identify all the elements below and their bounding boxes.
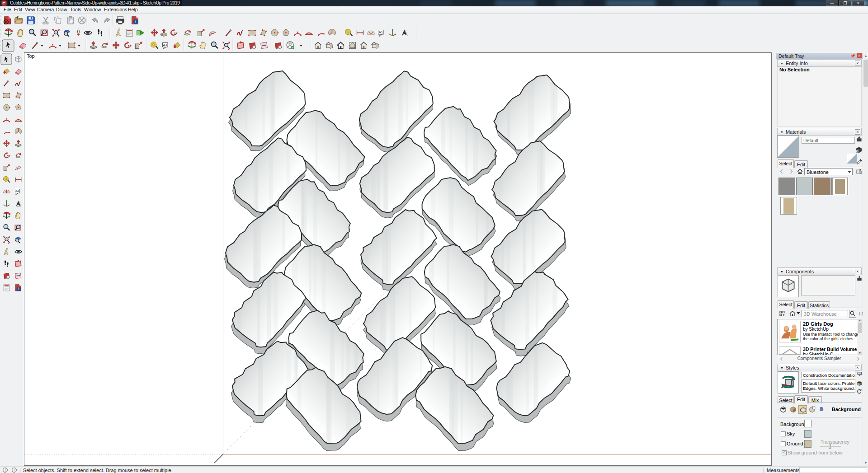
svg-text:Top: Top <box>27 53 35 59</box>
svg-text:i: i <box>14 468 15 472</box>
